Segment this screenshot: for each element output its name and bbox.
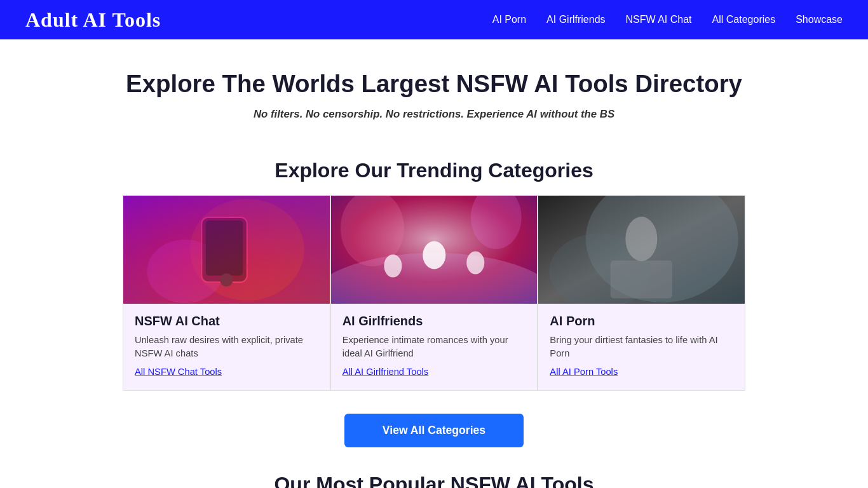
category-card-chat[interactable]: NSFW AI Chat Unleash raw desires with ex…: [123, 195, 330, 391]
category-name-chat: NSFW AI Chat: [135, 314, 318, 329]
svg-point-18: [626, 217, 658, 261]
svg-point-3: [147, 240, 223, 303]
category-desc-porn: Bring your dirtiest fantasies to life wi…: [550, 334, 733, 360]
svg-rect-4: [201, 217, 247, 282]
svg-point-6: [220, 273, 233, 287]
category-image-girlfriends: [331, 196, 538, 304]
svg-point-12: [423, 241, 445, 269]
svg-point-13: [384, 255, 402, 278]
category-body-chat: NSFW AI Chat Unleash raw desires with ex…: [123, 304, 330, 390]
navbar: Adult AI Tools AI Porn AI Girlfriends NS…: [0, 0, 868, 39]
nav-nsfw-chat[interactable]: NSFW AI Chat: [626, 14, 692, 25]
category-name-porn: AI Porn: [550, 314, 733, 329]
category-body-girlfriends: AI Girlfriends Experience intimate roman…: [331, 304, 538, 390]
svg-rect-0: [123, 196, 330, 304]
popular-section: Our Most Popular NSFW AI Tools candy.ai: [85, 473, 783, 488]
category-body-porn: AI Porn Bring your dirtiest fantasies to…: [538, 304, 745, 390]
nav-all-categories[interactable]: All Categories: [712, 14, 776, 25]
svg-rect-5: [206, 220, 243, 276]
category-name-girlfriends: AI Girlfriends: [342, 314, 526, 329]
trending-section-title: Explore Our Trending Categories: [0, 159, 868, 182]
nav-ai-girlfriends[interactable]: AI Girlfriends: [546, 14, 605, 25]
category-link-chat[interactable]: All NSFW Chat Tools: [135, 367, 222, 377]
category-image-porn: [538, 196, 745, 304]
popular-section-title: Our Most Popular NSFW AI Tools: [97, 473, 771, 488]
view-all-button[interactable]: View All Categories: [344, 414, 524, 447]
hero-section: Explore The Worlds Largest NSFW AI Tools…: [0, 39, 868, 133]
nav-showcase[interactable]: Showcase: [796, 14, 843, 25]
svg-point-14: [466, 251, 484, 274]
category-card-porn[interactable]: AI Porn Bring your dirtiest fantasies to…: [538, 195, 745, 391]
nav-links: AI Porn AI Girlfriends NSFW AI Chat All …: [492, 14, 843, 25]
site-logo[interactable]: Adult AI Tools: [25, 8, 161, 32]
category-image-chat: [123, 196, 330, 304]
category-desc-chat: Unleash raw desires with explicit, priva…: [135, 334, 318, 360]
category-link-girlfriends[interactable]: All AI Girlfriend Tools: [342, 367, 429, 377]
hero-subtitle: No filters. No censorship. No restrictio…: [13, 108, 855, 121]
category-link-porn[interactable]: All AI Porn Tools: [550, 367, 618, 377]
category-card-girlfriends[interactable]: AI Girlfriends Experience intimate roman…: [330, 195, 538, 391]
nav-ai-porn[interactable]: AI Porn: [492, 14, 526, 25]
svg-point-2: [190, 199, 304, 301]
svg-rect-1: [123, 196, 330, 304]
view-all-wrapper: View All Categories: [0, 414, 868, 447]
hero-title: Explore The Worlds Largest NSFW AI Tools…: [13, 70, 855, 98]
category-desc-girlfriends: Experience intimate romances with your i…: [342, 334, 526, 360]
svg-rect-19: [611, 261, 672, 299]
categories-grid: NSFW AI Chat Unleash raw desires with ex…: [123, 195, 745, 391]
